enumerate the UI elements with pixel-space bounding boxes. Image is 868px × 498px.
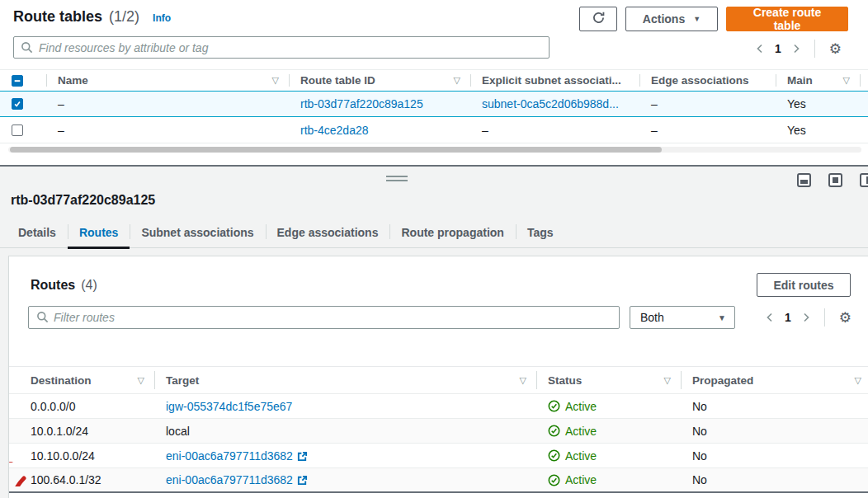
select-all-checkbox[interactable]: [12, 75, 23, 87]
page-number[interactable]: 1: [775, 42, 781, 55]
table-row[interactable]: –rtb-4ce2da28––Yes: [0, 117, 868, 143]
status-text: Active: [565, 449, 597, 463]
sort-icon[interactable]: ▽: [855, 375, 861, 386]
info-link[interactable]: Info: [153, 12, 171, 24]
cell-name: –: [46, 124, 289, 137]
column-header-name[interactable]: Name▽: [46, 70, 289, 91]
route-table-id-link[interactable]: rtb-03d77af220c89a125: [300, 97, 423, 110]
filter-routes-input[interactable]: [28, 306, 620, 329]
routes-pagination: 1 ⚙: [766, 308, 851, 327]
edit-routes-button[interactable]: Edit routes: [757, 273, 851, 297]
cell-status: Active: [536, 400, 681, 413]
create-route-table-button[interactable]: Create route table: [726, 7, 848, 31]
column-header-main[interactable]: Main▽: [776, 70, 860, 91]
status-active-icon: [548, 425, 560, 437]
routes-card: Routes (4) Edit routes Both ▼ 1 ⚙: [8, 256, 868, 498]
cell-main: Yes: [776, 124, 860, 137]
column-header-propagated[interactable]: Propagated▽: [681, 367, 868, 393]
panel-full-icon[interactable]: [828, 173, 842, 187]
cell-edge-associations: –: [639, 124, 776, 137]
column-header-target[interactable]: Target▽: [154, 367, 536, 393]
tab-tags[interactable]: Tags: [516, 218, 565, 247]
panel-bottom-icon[interactable]: [797, 173, 811, 187]
route-row: 0.0.0.0/0igw-055374dc1f5e75e67ActiveNo: [9, 394, 868, 419]
column-header-route-table-id[interactable]: Route table ID▽: [289, 70, 470, 91]
actions-button-label: Actions: [643, 12, 685, 26]
status-text: Active: [565, 425, 597, 438]
cell-main: Yes: [776, 97, 860, 110]
chevron-right-icon[interactable]: [792, 44, 800, 54]
panel-layout-controls: [797, 173, 868, 187]
chevron-left-icon[interactable]: [766, 312, 774, 322]
route-table-id-link[interactable]: rtb-4ce2da28: [300, 124, 369, 137]
row-checkbox-cell: [0, 124, 46, 136]
search-icon: [21, 41, 33, 54]
red-wave-annotation: [9, 459, 31, 463]
column-header-spacer: [860, 70, 868, 91]
row-checkbox-cell: [0, 98, 46, 110]
divider: [824, 308, 825, 327]
cell-explicit-subnet: subnet-0ca5c2d06b988d...: [470, 97, 639, 110]
target-value: local: [166, 425, 190, 438]
refresh-button[interactable]: [579, 7, 617, 31]
gear-icon[interactable]: ⚙: [839, 311, 851, 325]
chevron-right-icon[interactable]: [802, 312, 810, 322]
column-header-status[interactable]: Status▽: [536, 367, 681, 393]
external-link-icon: [297, 451, 308, 462]
drag-handle-icon[interactable]: [386, 176, 408, 181]
route-row: 10.0.1.0/24localActiveNo: [9, 419, 868, 444]
tab-subnet-associations[interactable]: Subnet associations: [130, 218, 265, 247]
cell-destination: 10.0.1.0/24: [9, 425, 154, 438]
routes-card-header: Routes (4): [31, 278, 97, 293]
red-check-annotation: [9, 476, 30, 486]
cell-explicit-subnet: –: [470, 124, 639, 137]
route-tables-rows: –rtb-03d77af220c89a125subnet-0ca5c2d06b9…: [0, 91, 868, 143]
status-active-icon: [548, 449, 560, 462]
horizontal-scrollbar[interactable]: [8, 147, 861, 153]
chevron-left-icon[interactable]: [756, 44, 764, 54]
table-row[interactable]: –rtb-03d77af220c89a125subnet-0ca5c2d06b9…: [0, 91, 868, 117]
route-tables-table-header: Name▽ Route table ID▽ Explicit subnet as…: [0, 69, 868, 92]
detail-panel: rtb-03d77af220c89a125 DetailsRoutesSubne…: [0, 167, 868, 498]
search-input[interactable]: [13, 36, 550, 59]
sort-icon[interactable]: ▽: [520, 375, 526, 386]
sort-icon[interactable]: ▽: [843, 75, 850, 86]
column-header-destination[interactable]: Destination▽: [9, 367, 154, 393]
sort-icon[interactable]: ▽: [272, 75, 279, 86]
scrollbar-thumb[interactable]: [10, 147, 662, 153]
sort-icon[interactable]: ▽: [664, 375, 671, 386]
edit-routes-label: Edit routes: [773, 279, 833, 292]
sort-icon[interactable]: ▽: [138, 375, 144, 386]
actions-button[interactable]: Actions ▼: [625, 7, 718, 31]
detail-tabs: DetailsRoutesSubnet associationsEdge ass…: [0, 218, 868, 248]
resource-search: [13, 36, 550, 59]
column-header-explicit-subnet[interactable]: Explicit subnet associati...: [470, 70, 639, 91]
search-icon: [36, 311, 49, 323]
gear-icon[interactable]: ⚙: [829, 42, 842, 56]
target-link[interactable]: igw-055374dc1f5e75e67: [166, 400, 292, 413]
cell-propagated: No: [681, 400, 868, 413]
cell-destination: 100.64.0.1/32: [9, 473, 154, 486]
route-row: 10.10.0.0/24eni-00ac6a797711d3682ActiveN…: [9, 444, 868, 468]
subnet-link[interactable]: subnet-0ca5c2d06b988d...: [482, 97, 619, 110]
cell-target: eni-00ac6a797711d3682: [154, 449, 536, 463]
page-number[interactable]: 1: [785, 311, 791, 324]
tab-details[interactable]: Details: [7, 218, 68, 247]
tab-routes[interactable]: Routes: [68, 218, 130, 247]
route-tables-table: Name▽ Route table ID▽ Explicit subnet as…: [0, 69, 868, 143]
target-link[interactable]: eni-00ac6a797711d3682: [166, 449, 293, 463]
target-link[interactable]: eni-00ac6a797711d3682: [166, 473, 293, 486]
row-checkbox[interactable]: [12, 98, 23, 110]
routes-count: (4): [81, 278, 97, 293]
sort-icon[interactable]: ▽: [454, 75, 460, 86]
panel-side-icon[interactable]: [860, 173, 868, 187]
cell-status: Active: [536, 473, 681, 486]
page-title: Route tables: [13, 8, 102, 26]
filter-mode-select[interactable]: Both ▼: [630, 306, 735, 329]
tab-edge-associations[interactable]: Edge associations: [266, 218, 390, 247]
selection-count: (1/2): [109, 8, 139, 26]
routes-table: Destination▽ Target▽ Status▽ Propagated▽…: [9, 366, 868, 493]
tab-route-propagation[interactable]: Route propagation: [389, 218, 515, 247]
row-checkbox[interactable]: [12, 124, 23, 136]
column-header-edge-associations[interactable]: Edge associations: [639, 70, 776, 91]
